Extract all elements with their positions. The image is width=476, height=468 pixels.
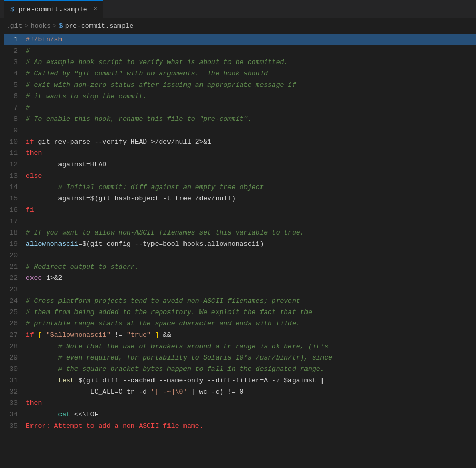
line-num-16: 16 xyxy=(4,205,26,216)
line-num-26: 26 xyxy=(4,318,26,330)
line-8: 8 # To enable this hook, rename this fil… xyxy=(4,114,476,125)
line-num-19: 19 xyxy=(4,239,26,250)
line-num-10: 10 xyxy=(4,136,26,148)
line-23: 23 xyxy=(4,284,476,295)
line-num-21: 21 xyxy=(4,261,26,273)
line-26: 26 # printable range starts at the space… xyxy=(4,318,476,330)
line-num-9: 9 xyxy=(4,125,26,136)
line-16: 16 fi xyxy=(4,205,476,216)
line-num-22: 22 xyxy=(4,273,26,284)
breadcrumb-sep1: > xyxy=(24,22,28,30)
line-19: 19 allownonascii=$(git config --type=boo… xyxy=(4,239,476,250)
breadcrumb-git: .git xyxy=(6,22,22,30)
breadcrumb-hooks: hooks xyxy=(30,22,51,30)
line-33: 33 then xyxy=(4,398,476,409)
line-num-24: 24 xyxy=(4,295,26,307)
line-2: 2 # xyxy=(4,45,476,57)
line-num-31: 31 xyxy=(4,375,26,386)
line-num-27: 27 xyxy=(4,330,26,341)
line-18: 18 # If you want to allow non-ASCII file… xyxy=(4,227,476,239)
line-num-32: 32 xyxy=(4,386,26,398)
line-num-35: 35 xyxy=(4,420,26,432)
line-num-5: 5 xyxy=(4,80,26,91)
line-15: 15 against=$(git hash-object -t tree /de… xyxy=(4,193,476,205)
line-7: 7 # xyxy=(4,102,476,114)
title-bar: $ pre-commit.sample × xyxy=(0,0,476,19)
line-28: 28 # Note that the use of brackets aroun… xyxy=(4,341,476,352)
line-num-25: 25 xyxy=(4,307,26,318)
line-1: 1 #!/bin/sh xyxy=(4,34,476,45)
line-num-23: 23 xyxy=(4,284,26,295)
line-num-33: 33 xyxy=(4,398,26,409)
editor-tab[interactable]: $ pre-commit.sample × xyxy=(4,0,103,19)
line-11: 11 then xyxy=(4,148,476,159)
line-25: 25 # them from being added to the reposi… xyxy=(4,307,476,318)
breadcrumb-dollar: $ xyxy=(59,22,63,30)
line-9: 9 xyxy=(4,125,476,136)
line-num-8: 8 xyxy=(4,114,26,125)
line-27: 27 if [ "$allownonascii" != "true" ] && xyxy=(4,330,476,341)
line-num-14: 14 xyxy=(4,182,26,193)
line-num-34: 34 xyxy=(4,409,26,420)
line-34: 34 cat <<\EOF xyxy=(4,409,476,420)
line-6: 6 # it wants to stop the commit. xyxy=(4,91,476,102)
tab-close-button[interactable]: × xyxy=(93,6,97,13)
breadcrumb: .git > hooks > $ pre-commit.sample xyxy=(0,19,476,34)
line-num-1: 1 xyxy=(4,34,26,45)
line-21: 21 # Redirect output to stderr. xyxy=(4,261,476,273)
line-num-3: 3 xyxy=(4,57,26,68)
line-num-13: 13 xyxy=(4,170,26,182)
line-31: 31 test $(git diff --cached --name-only … xyxy=(4,375,476,386)
line-12: 12 against=HEAD xyxy=(4,159,476,170)
line-24: 24 # Cross platform projects tend to avo… xyxy=(4,295,476,307)
line-num-6: 6 xyxy=(4,91,26,102)
line-3: 3 # An example hook script to verify wha… xyxy=(4,57,476,68)
line-10: 10 if git rev-parse --verify HEAD >/dev/… xyxy=(4,136,476,148)
breadcrumb-sep2: > xyxy=(53,22,57,30)
line-32: 32 LC_ALL=C tr -d '[ -~]\0' | wc -c) != … xyxy=(4,386,476,398)
line-num-18: 18 xyxy=(4,227,26,239)
line-num-2: 2 xyxy=(4,45,26,57)
line-num-28: 28 xyxy=(4,341,26,352)
line-num-17: 17 xyxy=(4,216,26,227)
tab-filename: pre-commit.sample xyxy=(19,6,87,13)
editor-area: 1 #!/bin/sh 2 # 3 # An example hook scri… xyxy=(0,34,476,468)
breadcrumb-filename: pre-commit.sample xyxy=(65,22,134,30)
line-num-7: 7 xyxy=(4,102,26,114)
line-22: 22 exec 1>&2 xyxy=(4,273,476,284)
code-content[interactable]: 1 #!/bin/sh 2 # 3 # An example hook scri… xyxy=(0,34,476,468)
line-35: 35 Error: Attempt to add a non-ASCII fil… xyxy=(4,420,476,432)
line-num-30: 30 xyxy=(4,364,26,375)
line-num-15: 15 xyxy=(4,193,26,205)
line-14: 14 # Initial commit: diff against an emp… xyxy=(4,182,476,193)
tab-dollar-icon: $ xyxy=(10,6,14,13)
line-num-4: 4 xyxy=(4,68,26,80)
line-num-12: 12 xyxy=(4,159,26,170)
line-17: 17 xyxy=(4,216,476,227)
line-4: 4 # Called by "git commit" with no argum… xyxy=(4,68,476,80)
line-29: 29 # even required, for portability to S… xyxy=(4,352,476,364)
line-13: 13 else xyxy=(4,170,476,182)
line-20: 20 xyxy=(4,250,476,261)
line-num-20: 20 xyxy=(4,250,26,261)
line-5: 5 # exit with non-zero status after issu… xyxy=(4,80,476,91)
line-num-29: 29 xyxy=(4,352,26,364)
line-30: 30 # the square bracket bytes happen to … xyxy=(4,364,476,375)
line-num-11: 11 xyxy=(4,148,26,159)
